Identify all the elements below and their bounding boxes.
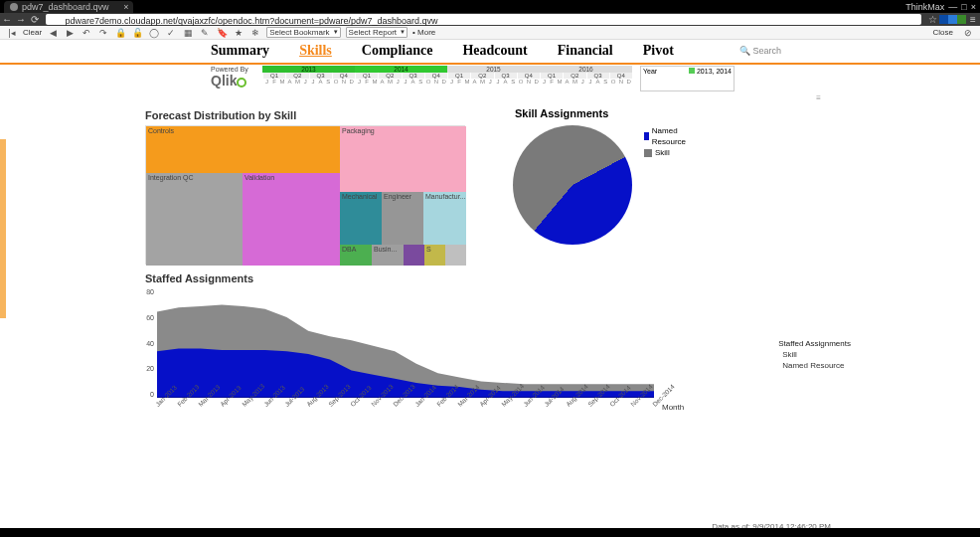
treemap-cell-business[interactable]: Busin...: [372, 245, 404, 266]
timeline-year-2016[interactable]: 2016: [540, 66, 632, 73]
treemap-cell-other[interactable]: [445, 245, 466, 266]
ext-icon-1[interactable]: [939, 15, 948, 24]
star-icon[interactable]: ★: [233, 27, 245, 39]
staffed-legend: Staffed Assignments Skill Named Resource: [778, 338, 851, 371]
new-obj-icon[interactable]: ✎: [199, 27, 211, 39]
pie-legend-swatch-skill: [644, 149, 652, 157]
repo-icon[interactable]: ❄: [249, 27, 261, 39]
ext-icon-3[interactable]: [957, 15, 966, 24]
check-icon[interactable]: ✓: [165, 27, 177, 39]
url-text: pdware7demo.cloudapp.net/qvajaxzfc/opend…: [66, 16, 438, 26]
clear-label[interactable]: Clear: [23, 28, 42, 37]
treemap-cell-controls[interactable]: Controls: [146, 126, 340, 173]
browser-tab[interactable]: pdw7_dashboard.qvw ×: [4, 1, 133, 13]
chart-menu-icon[interactable]: ≡: [816, 93, 821, 102]
treemap-cell-mechanical[interactable]: Mechanical: [340, 192, 382, 245]
year-filter-swatch: [689, 68, 695, 74]
browser-tab-title: pdw7_dashboard.qvw: [22, 2, 109, 12]
month-axis-label: Month: [662, 403, 684, 412]
staffed-legend-named: Named Resource: [782, 360, 844, 371]
search-placeholder: Search: [752, 46, 781, 56]
tab-compliance[interactable]: Compliance: [362, 43, 433, 59]
pie-legend: Named Resource Skill: [644, 125, 689, 158]
treemap-cell-engineer[interactable]: Engineer: [382, 192, 423, 245]
staffed-title: Staffed Assignments: [145, 272, 841, 284]
timeline-year-2014[interactable]: 2014: [355, 66, 447, 73]
bookmark-star-icon[interactable]: ☆: [925, 14, 939, 25]
tab-skills[interactable]: Skills: [299, 43, 332, 59]
chrome-menu-icon[interactable]: ≡: [966, 14, 980, 25]
timeline-year-2015[interactable]: 2015: [447, 66, 540, 73]
thinkmax-label: ThinkMax: [905, 2, 944, 12]
year-filter-label: Year: [643, 68, 657, 75]
qlik-logo: Qlik: [211, 73, 254, 89]
tab-favicon: [10, 3, 18, 11]
tab-pivot[interactable]: Pivot: [643, 43, 674, 59]
year-filter-box[interactable]: Year 2013, 2014: [640, 66, 735, 91]
treemap-cell-dba[interactable]: DBA: [340, 245, 372, 266]
treemap-cell-integration-qc[interactable]: Integration QC: [146, 173, 243, 266]
tab-financial[interactable]: Financial: [558, 43, 613, 59]
search-box[interactable]: 🔍Search: [739, 46, 781, 56]
staffed-x-axis: Jan-2013Feb-2013Mar-2013Apr-2013May-2013…: [157, 400, 654, 430]
powered-by-block: Powered By Qlik: [211, 66, 254, 89]
treemap-chart[interactable]: Controls Packaging Integration QC Valida…: [145, 125, 465, 265]
address-bar[interactable]: pdware7demo.cloudapp.net/qvajaxzfc/opend…: [46, 14, 921, 25]
pie-legend-named: Named Resource: [652, 125, 689, 147]
staffed-legend-title: Staffed Assignments: [778, 338, 851, 349]
staffed-legend-skill: Skill: [782, 349, 797, 360]
search-icon: 🔍: [739, 46, 750, 56]
staffed-area-chart[interactable]: 806040200 Jan-2013Feb-2013Mar-2013Apr-20…: [145, 288, 662, 413]
ext-icon-2[interactable]: [948, 15, 957, 24]
pie-title: Skill Assignments: [515, 107, 632, 119]
qlik-logo-ring-icon: [237, 78, 246, 88]
minimize-icon[interactable]: —: [948, 2, 957, 12]
staffed-y-axis: 806040200: [142, 288, 154, 398]
year-filter-value: 2013, 2014: [697, 68, 732, 75]
bookmark-icon[interactable]: 🔖: [216, 27, 228, 39]
qlik-toolbar: |◂ Clear ◀ ▶ ↶ ↷ 🔒 🔓 ◯ ✓ ▦ ✎ 🔖 ★ ❄ Selec…: [0, 26, 980, 40]
powered-by-label: Powered By: [211, 66, 254, 73]
more-link[interactable]: • More: [412, 28, 435, 37]
pie-legend-skill: Skill: [655, 147, 670, 158]
treemap-title: Forecast Distribution by Skill: [145, 109, 465, 121]
select-report-dropdown[interactable]: Select Report: [346, 27, 408, 38]
treemap-cell-pm[interactable]: [404, 245, 424, 266]
selections-icon[interactable]: ◯: [148, 27, 160, 39]
page-icon: [50, 14, 60, 24]
qv-close-icon[interactable]: ⊘: [962, 27, 974, 39]
undo-icon[interactable]: ↶: [81, 27, 92, 39]
maximize-icon[interactable]: □: [961, 2, 966, 12]
unlock-icon[interactable]: 🔓: [131, 27, 143, 39]
treemap-cell-packaging[interactable]: Packaging: [340, 126, 466, 192]
timeline-year-2013[interactable]: 2013: [262, 66, 355, 73]
window-close-icon[interactable]: ×: [971, 2, 976, 12]
close-tab-icon[interactable]: ×: [123, 2, 128, 12]
sheet-tabs: Summary Skills Compliance Headcount Fina…: [0, 40, 980, 65]
notes-icon[interactable]: ▦: [182, 27, 194, 39]
select-bookmark-dropdown[interactable]: Select Bookmark: [266, 27, 340, 38]
lock-icon[interactable]: 🔒: [114, 27, 126, 39]
nav-reload-icon[interactable]: ⟳: [28, 14, 42, 25]
treemap-cell-manufacturing[interactable]: Manufactur...: [423, 192, 466, 245]
pie-legend-swatch-named: [644, 132, 649, 140]
timeline-selector[interactable]: 2013 2014 2015 2016 Q1Q2Q3Q4Q1Q2Q3Q4Q1Q2…: [262, 66, 632, 85]
clear-all-icon[interactable]: |◂: [6, 27, 18, 39]
windows-taskbar[interactable]: [0, 528, 980, 537]
nav-fwd-icon[interactable]: →: [14, 14, 28, 25]
tab-headcount[interactable]: Headcount: [462, 43, 527, 59]
treemap-cell-validation[interactable]: Validation: [243, 173, 340, 266]
back-icon[interactable]: ◀: [47, 27, 59, 39]
redo-icon[interactable]: ↷: [97, 27, 109, 39]
qv-close-label[interactable]: Close: [933, 28, 953, 37]
fwd-icon[interactable]: ▶: [64, 27, 76, 39]
nav-back-icon[interactable]: ←: [0, 14, 14, 25]
treemap-cell-s[interactable]: S: [424, 245, 445, 266]
tab-summary[interactable]: Summary: [211, 43, 269, 59]
pie-chart[interactable]: [513, 125, 632, 245]
